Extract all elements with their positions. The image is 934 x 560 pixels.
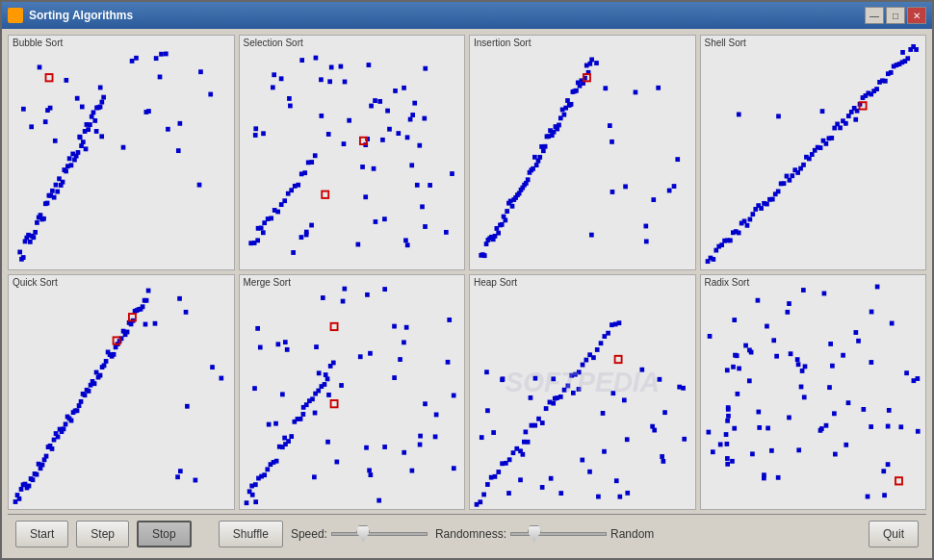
svg-rect-267 bbox=[769, 197, 774, 202]
svg-rect-578 bbox=[889, 321, 894, 326]
shuffle-button[interactable]: Shuffle bbox=[219, 521, 283, 547]
svg-rect-138 bbox=[369, 104, 374, 109]
svg-rect-425 bbox=[298, 417, 302, 421]
svg-rect-2 bbox=[21, 255, 26, 260]
svg-rect-467 bbox=[402, 340, 406, 344]
svg-rect-121 bbox=[428, 183, 432, 188]
svg-rect-322 bbox=[819, 109, 824, 114]
svg-rect-236 bbox=[672, 184, 677, 189]
svg-rect-620 bbox=[869, 360, 873, 365]
svg-rect-605 bbox=[746, 378, 751, 383]
svg-rect-144 bbox=[328, 65, 333, 70]
svg-rect-37 bbox=[81, 140, 86, 144]
svg-rect-572 bbox=[828, 342, 833, 346]
svg-rect-99 bbox=[309, 160, 314, 165]
svg-rect-562 bbox=[662, 410, 667, 415]
svg-rect-543 bbox=[484, 369, 489, 374]
svg-rect-294 bbox=[845, 114, 850, 118]
svg-rect-398 bbox=[219, 376, 223, 381]
svg-rect-436 bbox=[330, 361, 335, 366]
svg-rect-447 bbox=[300, 412, 305, 417]
svg-rect-276 bbox=[795, 170, 800, 175]
svg-rect-468 bbox=[392, 324, 397, 329]
svg-rect-446 bbox=[376, 498, 381, 503]
quit-button[interactable]: Quit bbox=[869, 521, 919, 547]
svg-rect-227 bbox=[589, 58, 594, 63]
sort-canvas-heap: SOFTPEDIA bbox=[470, 275, 695, 509]
svg-rect-288 bbox=[829, 136, 834, 140]
stop-button[interactable]: Stop bbox=[137, 521, 192, 547]
svg-rect-433 bbox=[322, 382, 326, 387]
svg-rect-109 bbox=[420, 204, 425, 209]
step-button[interactable]: Step bbox=[76, 521, 129, 547]
svg-rect-19 bbox=[50, 189, 55, 193]
svg-rect-564 bbox=[580, 458, 584, 463]
svg-rect-536 bbox=[662, 459, 666, 464]
svg-rect-588 bbox=[799, 369, 804, 373]
svg-rect-83 bbox=[255, 238, 260, 242]
window-controls: — □ ✕ bbox=[865, 7, 926, 24]
start-button[interactable]: Start bbox=[15, 521, 68, 547]
svg-rect-646 bbox=[843, 443, 848, 447]
svg-rect-332 bbox=[27, 484, 32, 489]
svg-rect-149 bbox=[382, 216, 387, 221]
svg-rect-154 bbox=[387, 127, 392, 132]
svg-rect-492 bbox=[485, 482, 490, 487]
svg-rect-22 bbox=[55, 190, 60, 194]
maximize-button[interactable]: □ bbox=[886, 7, 905, 24]
svg-rect-259 bbox=[747, 217, 752, 222]
randomness-slider[interactable] bbox=[510, 532, 607, 536]
svg-rect-452 bbox=[382, 287, 387, 292]
speed-slider[interactable] bbox=[331, 532, 428, 536]
close-button[interactable]: ✕ bbox=[907, 7, 926, 24]
svg-rect-576 bbox=[845, 400, 850, 405]
svg-rect-470 bbox=[418, 434, 423, 439]
svg-rect-636 bbox=[747, 347, 752, 352]
bottom-toolbar: Start Step Stop Shuffle Speed: Randomnes… bbox=[8, 514, 926, 552]
svg-rect-50 bbox=[94, 129, 99, 134]
svg-rect-397 bbox=[194, 478, 198, 483]
sort-panel-heap: Heap SortSOFTPEDIA bbox=[469, 274, 696, 510]
svg-rect-123 bbox=[288, 104, 293, 109]
svg-rect-293 bbox=[843, 121, 848, 126]
svg-rect-135 bbox=[373, 219, 377, 224]
svg-rect-554 bbox=[587, 470, 592, 474]
svg-rect-532 bbox=[625, 491, 630, 496]
svg-rect-618 bbox=[785, 310, 790, 315]
svg-rect-488 bbox=[330, 400, 337, 407]
svg-rect-152 bbox=[260, 230, 265, 235]
svg-rect-481 bbox=[364, 445, 369, 450]
svg-rect-325 bbox=[13, 499, 18, 504]
svg-rect-466 bbox=[423, 401, 428, 406]
svg-rect-137 bbox=[363, 194, 368, 199]
svg-rect-284 bbox=[817, 145, 822, 150]
svg-rect-280 bbox=[807, 157, 812, 162]
svg-rect-485 bbox=[255, 326, 260, 331]
svg-rect-64 bbox=[198, 69, 203, 74]
svg-rect-65 bbox=[99, 134, 104, 139]
svg-rect-71 bbox=[75, 96, 80, 101]
svg-rect-361 bbox=[83, 393, 88, 397]
svg-rect-642 bbox=[915, 376, 920, 381]
svg-rect-93 bbox=[289, 188, 294, 192]
svg-rect-125 bbox=[309, 223, 314, 228]
svg-rect-265 bbox=[765, 202, 769, 207]
svg-rect-566 bbox=[549, 476, 554, 481]
svg-rect-345 bbox=[52, 438, 57, 443]
svg-rect-574 bbox=[732, 426, 737, 431]
svg-rect-177 bbox=[503, 217, 507, 222]
svg-rect-444 bbox=[451, 466, 455, 471]
svg-rect-451 bbox=[253, 499, 258, 504]
svg-rect-354 bbox=[69, 419, 74, 423]
svg-rect-241 bbox=[644, 224, 649, 229]
svg-rect-108 bbox=[423, 66, 428, 71]
svg-rect-544 bbox=[602, 449, 607, 454]
svg-rect-606 bbox=[881, 469, 886, 473]
svg-rect-102 bbox=[417, 143, 422, 148]
svg-rect-103 bbox=[423, 224, 428, 229]
minimize-button[interactable]: — bbox=[865, 7, 884, 24]
svg-rect-603 bbox=[869, 310, 873, 315]
svg-rect-252 bbox=[728, 238, 733, 242]
svg-rect-490 bbox=[478, 499, 482, 504]
svg-rect-399 bbox=[178, 469, 183, 473]
